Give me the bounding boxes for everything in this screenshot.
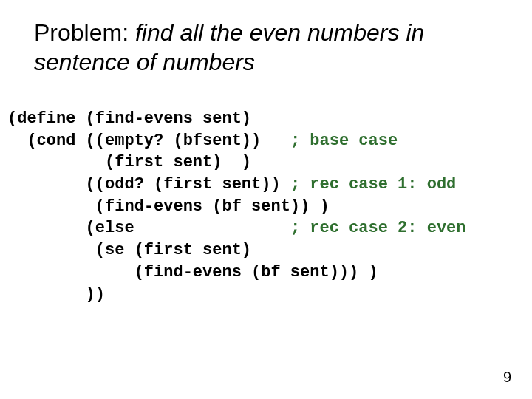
slide: Problem: find all the even numbers in se… xyxy=(0,0,532,399)
code-line-3: (first sent) ) xyxy=(7,153,251,171)
code-line-4: ((odd? (first sent)) xyxy=(7,175,290,194)
code-comment-rec2: ; rec case 2: even xyxy=(290,219,466,237)
slide-title: Problem: find all the even numbers in se… xyxy=(34,18,502,77)
code-block: (define (find-evens sent) (cond ((empty?… xyxy=(7,108,466,305)
code-comment-base: ; base case xyxy=(290,132,398,150)
code-comment-rec1: ; rec case 1: odd xyxy=(290,175,456,194)
code-line-8: (find-evens (bf sent))) ) xyxy=(7,263,378,282)
code-line-1: (define (find-evens sent) xyxy=(7,109,251,128)
code-line-9: )) xyxy=(7,285,105,304)
page-number: 9 xyxy=(503,369,511,386)
code-line-6: (else xyxy=(7,219,290,237)
code-line-7: (se (first sent) xyxy=(7,241,251,259)
code-line-5: (find-evens (bf sent)) ) xyxy=(7,197,330,216)
title-prefix: Problem: xyxy=(34,19,135,46)
code-line-2: (cond ((empty? (bfsent)) xyxy=(7,132,290,150)
